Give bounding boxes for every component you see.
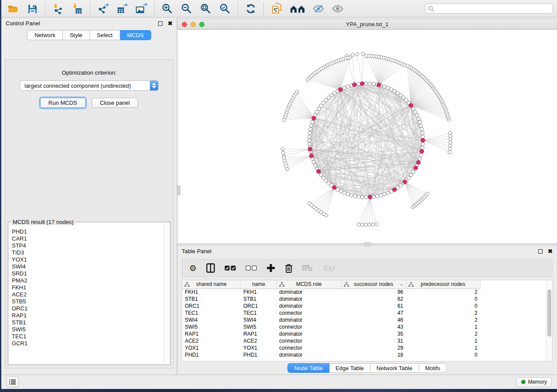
table-cell[interactable]: 47: [341, 309, 406, 316]
network-mcds-hub-node[interactable]: [409, 103, 413, 107]
mcds-result-item[interactable]: SRD1: [12, 270, 163, 277]
network-node[interactable]: [396, 91, 399, 95]
refresh-button[interactable]: [244, 3, 257, 15]
table-cell[interactable]: 61: [341, 303, 406, 309]
network-node[interactable]: [364, 82, 368, 85]
network-node[interactable]: [421, 131, 424, 134]
mcds-result-item[interactable]: TID3: [12, 249, 163, 256]
network-leaf-node[interactable]: [364, 54, 368, 58]
delete-column-button[interactable]: [285, 262, 293, 274]
table-row[interactable]: SWI5SWI5connector431: [182, 323, 552, 330]
network-node[interactable]: [418, 120, 422, 124]
tab-motifs[interactable]: Motifs: [419, 363, 447, 373]
table-cell[interactable]: YOX1: [241, 344, 277, 351]
table-cell[interactable]: PHD1: [241, 351, 277, 358]
network-mcds-hub-node[interactable]: [421, 138, 425, 142]
mcds-result-item[interactable]: ORC1: [12, 305, 163, 312]
network-node[interactable]: [419, 153, 423, 157]
network-node[interactable]: [383, 193, 386, 196]
network-node[interactable]: [421, 135, 425, 138]
network-leaf-node[interactable]: [375, 223, 378, 226]
import-table-button[interactable]: [71, 3, 84, 15]
table-cell[interactable]: FKH1: [182, 289, 241, 296]
network-mcds-hub-node[interactable]: [414, 166, 418, 170]
network-node[interactable]: [311, 120, 314, 124]
table-cell[interactable]: dominator: [277, 316, 341, 323]
network-node[interactable]: [414, 110, 417, 113]
network-node[interactable]: [346, 85, 349, 88]
duplicate-network-button[interactable]: [270, 3, 283, 15]
table-cell[interactable]: TEC1: [182, 309, 241, 316]
mcds-result-item[interactable]: YOX1: [12, 256, 163, 263]
network-node[interactable]: [412, 170, 415, 174]
table-row[interactable]: PHD1PHD1dominator180: [182, 351, 552, 358]
tab-network[interactable]: Network: [27, 30, 63, 40]
close-table-panel-icon[interactable]: ✖: [548, 248, 553, 254]
network-node[interactable]: [409, 173, 413, 177]
network-leaf-node[interactable]: [448, 151, 451, 154]
mcds-result-list[interactable]: PHD1CAR1STP4TID3YOX1SWI4SRD1PMA2FKH1ACE2…: [9, 224, 163, 364]
network-leaf-node[interactable]: [371, 223, 375, 227]
network-node[interactable]: [383, 85, 386, 88]
table-cell[interactable]: ORC1: [241, 303, 277, 309]
table-cell[interactable]: 0: [406, 303, 480, 309]
table-cell[interactable]: dominator: [277, 330, 341, 337]
export-network-button[interactable]: [97, 3, 110, 15]
column-header-shared-name[interactable]: shared name: [182, 280, 241, 289]
network-node[interactable]: [317, 107, 321, 110]
function-builder-button[interactable]: f(x): [322, 262, 334, 274]
float-table-panel-icon[interactable]: [538, 249, 543, 254]
tab-select[interactable]: Select: [90, 30, 120, 40]
network-mcds-hub-node[interactable]: [317, 169, 321, 173]
run-mcds-button[interactable]: Run MCDS: [40, 98, 86, 108]
export-image-button[interactable]: [135, 3, 148, 15]
table-cell[interactable]: connector: [277, 337, 341, 344]
network-canvas[interactable]: [177, 30, 557, 243]
tab-node-table[interactable]: Node Table: [287, 363, 329, 373]
mcds-result-item[interactable]: FKH1: [12, 284, 163, 291]
first-neighbors-button[interactable]: [289, 3, 306, 15]
select-all-rows-button[interactable]: [225, 262, 236, 274]
network-node[interactable]: [372, 195, 375, 199]
table-cell[interactable]: 0: [406, 351, 480, 358]
network-node[interactable]: [415, 113, 419, 117]
network-node[interactable]: [372, 82, 375, 86]
network-mcds-hub-node[interactable]: [360, 82, 364, 86]
network-leaf-node[interactable]: [368, 223, 371, 227]
network-node[interactable]: [379, 193, 383, 197]
table-row[interactable]: TEC1TEC1connector472: [182, 309, 552, 316]
mcds-result-item[interactable]: PMA2: [12, 277, 163, 284]
table-cell[interactable]: YOX1: [182, 344, 241, 351]
network-leaf-node[interactable]: [281, 151, 285, 155]
deselect-all-rows-button[interactable]: [246, 262, 257, 274]
network-node[interactable]: [390, 88, 393, 91]
network-mcds-hub-node[interactable]: [312, 116, 316, 120]
network-node[interactable]: [419, 124, 423, 127]
network-leaf-node[interactable]: [364, 223, 368, 227]
network-node[interactable]: [324, 179, 328, 182]
horizontal-splitter[interactable]: [177, 243, 557, 245]
network-leaf-node[interactable]: [357, 223, 360, 226]
network-node[interactable]: [343, 86, 346, 89]
table-cell[interactable]: RAP1: [241, 330, 277, 337]
network-leaf-node[interactable]: [426, 192, 429, 196]
table-cell[interactable]: dominator: [277, 303, 341, 309]
table-cell[interactable]: 2: [406, 309, 480, 316]
network-node[interactable]: [324, 98, 328, 102]
table-cell[interactable]: 62: [341, 296, 406, 303]
network-node[interactable]: [402, 96, 405, 100]
network-leaf-node[interactable]: [406, 64, 409, 68]
task-history-button[interactable]: [7, 377, 19, 387]
network-mcds-hub-node[interactable]: [353, 83, 356, 87]
network-leaf-node[interactable]: [281, 148, 284, 151]
network-node[interactable]: [312, 160, 315, 164]
table-cell[interactable]: 18: [341, 351, 406, 358]
network-node[interactable]: [327, 96, 330, 100]
network-node[interactable]: [339, 189, 343, 193]
column-header-MCDS-role[interactable]: MCDS role: [277, 280, 341, 289]
tab-style[interactable]: Style: [63, 30, 90, 40]
table-cell[interactable]: RAP1: [182, 330, 241, 337]
memory-button[interactable]: Memory: [516, 377, 552, 387]
network-node[interactable]: [418, 157, 422, 160]
table-cell[interactable]: dominator: [277, 296, 341, 303]
